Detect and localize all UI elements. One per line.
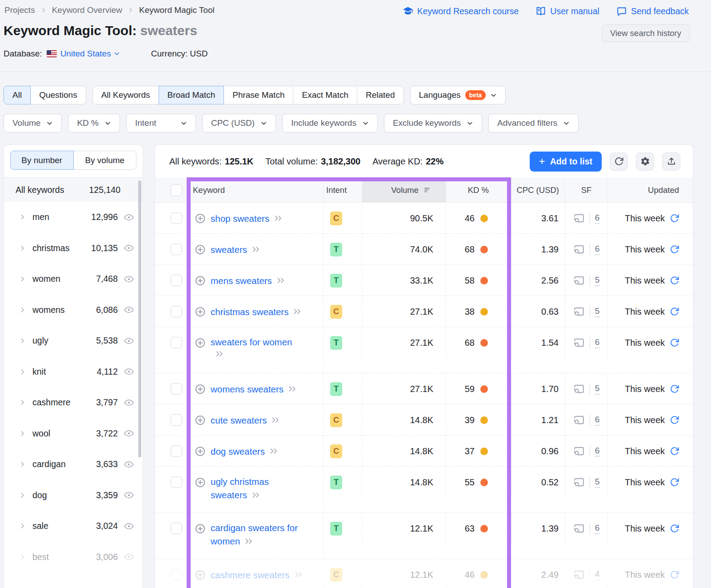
sf-count[interactable]: 5	[595, 384, 600, 395]
serp-preview-icon[interactable]	[573, 212, 585, 224]
row-checkbox[interactable]	[171, 569, 182, 580]
refresh-icon[interactable]	[670, 213, 679, 223]
keyword-link[interactable]: sweaters for women	[211, 336, 292, 358]
serp-preview-icon[interactable]	[573, 383, 585, 395]
sidebar-keyword-group[interactable]: knit 4,112	[4, 356, 143, 388]
refresh-icon[interactable]	[670, 276, 679, 285]
languages-dropdown[interactable]: Languages beta	[410, 86, 506, 104]
send-feedback-link[interactable]: Send feedback	[616, 6, 689, 16]
tab-all-keywords[interactable]: All Keywords	[92, 86, 159, 104]
refresh-icon[interactable]	[670, 570, 679, 580]
sf-count[interactable]: 6	[595, 415, 600, 426]
by-volume-toggle[interactable]: By volume	[73, 151, 137, 170]
add-keyword-icon[interactable]	[195, 523, 206, 534]
sidebar-keyword-group[interactable]: wool 3,722	[4, 418, 143, 449]
header-cpc[interactable]: CPC (USD)	[511, 178, 565, 202]
keyword-link[interactable]: cardigan sweaters forwomen	[211, 522, 298, 547]
refresh-icon[interactable]	[670, 477, 679, 487]
sf-count[interactable]: 6	[595, 213, 600, 224]
keyword-link[interactable]: mens sweaters	[211, 275, 287, 286]
row-checkbox[interactable]	[171, 212, 182, 224]
row-checkbox[interactable]	[171, 476, 182, 488]
export-button[interactable]	[662, 152, 680, 171]
add-keyword-icon[interactable]	[195, 244, 206, 255]
refresh-table-button[interactable]	[610, 152, 628, 171]
advanced-filters-dropdown[interactable]: Advanced filters	[488, 114, 579, 132]
tab-phrase-match[interactable]: Phrase Match	[224, 86, 293, 104]
intent-filter-dropdown[interactable]: Intent	[126, 114, 196, 132]
row-checkbox[interactable]	[171, 244, 182, 255]
keyword-research-course-link[interactable]: Keyword Research course	[403, 6, 519, 16]
sf-count[interactable]: 4	[595, 569, 600, 580]
header-sf[interactable]: SF	[565, 178, 608, 202]
view-search-history-button[interactable]: View search history	[602, 24, 690, 42]
eye-icon[interactable]	[124, 428, 134, 439]
serp-preview-icon[interactable]	[573, 476, 585, 488]
add-keyword-icon[interactable]	[195, 569, 206, 580]
keyword-link[interactable]: shop sweaters	[211, 213, 284, 224]
keyword-link[interactable]: cashmere sweaters	[211, 569, 304, 580]
keyword-link[interactable]: sweaters	[211, 244, 262, 255]
sidebar-all-keywords-row[interactable]: All keywords 125,140	[4, 178, 143, 202]
header-intent[interactable]: Intent	[324, 178, 362, 202]
sidebar-keyword-group[interactable]: men 12,996	[4, 202, 143, 233]
by-number-toggle[interactable]: By number	[10, 151, 74, 170]
row-checkbox[interactable]	[171, 383, 182, 395]
eye-icon[interactable]	[124, 366, 134, 377]
refresh-icon[interactable]	[670, 524, 679, 533]
row-checkbox[interactable]	[171, 523, 182, 534]
add-keyword-icon[interactable]	[195, 477, 206, 488]
sidebar-scrollbar[interactable]	[138, 180, 141, 457]
sf-count[interactable]: 6	[595, 337, 600, 348]
sf-count[interactable]: 5	[595, 306, 600, 317]
sidebar-keyword-group[interactable]: women 7,468	[4, 264, 143, 295]
keyword-link[interactable]: cute sweaters	[211, 415, 281, 426]
add-keyword-icon[interactable]	[195, 213, 206, 224]
eye-icon[interactable]	[124, 304, 134, 315]
eye-icon[interactable]	[124, 552, 134, 562]
table-settings-button[interactable]	[636, 152, 654, 171]
eye-icon[interactable]	[124, 459, 134, 470]
serp-preview-icon[interactable]	[573, 275, 585, 286]
select-all-checkbox[interactable]	[171, 184, 182, 196]
serp-preview-icon[interactable]	[573, 445, 585, 457]
row-checkbox[interactable]	[171, 414, 182, 426]
tab-exact-match[interactable]: Exact Match	[293, 86, 357, 104]
refresh-icon[interactable]	[670, 446, 679, 456]
sidebar-keyword-group[interactable]: ugly 5,538	[4, 325, 143, 356]
tab-broad-match[interactable]: Broad Match	[159, 86, 224, 104]
sidebar-keyword-group[interactable]: sale 3,024	[4, 511, 143, 542]
refresh-icon[interactable]	[670, 338, 679, 348]
tab-questions[interactable]: Questions	[30, 86, 86, 104]
add-keyword-icon[interactable]	[195, 337, 206, 348]
breadcrumb-projects[interactable]: Projects	[4, 5, 35, 15]
sidebar-keyword-group[interactable]: christmas 10,135	[4, 233, 143, 264]
include-keywords-dropdown[interactable]: Include keywords	[282, 114, 378, 132]
sidebar-keyword-group[interactable]: dog 3,359	[4, 480, 143, 511]
tab-related[interactable]: Related	[357, 86, 404, 104]
volume-filter-dropdown[interactable]: Volume	[4, 114, 62, 132]
sidebar-keyword-group[interactable]: cashmere 3,797	[4, 387, 143, 418]
header-kd[interactable]: KD %	[446, 178, 511, 202]
sf-count[interactable]: 5	[595, 275, 600, 286]
add-to-list-button[interactable]: +Add to list	[530, 152, 602, 172]
refresh-icon[interactable]	[670, 244, 679, 254]
tab-all[interactable]: All	[4, 86, 31, 104]
sidebar-keyword-group[interactable]: womens 6,086	[4, 295, 143, 326]
keyword-link[interactable]: dog sweaters	[211, 446, 280, 457]
eye-icon[interactable]	[124, 490, 134, 500]
add-keyword-icon[interactable]	[195, 446, 206, 457]
serp-preview-icon[interactable]	[573, 414, 585, 426]
header-updated[interactable]: Updated	[608, 178, 693, 202]
sf-count[interactable]: 5	[595, 477, 600, 488]
row-checkbox[interactable]	[171, 306, 182, 317]
add-keyword-icon[interactable]	[195, 384, 206, 395]
row-checkbox[interactable]	[171, 445, 182, 457]
breadcrumb-keyword-overview[interactable]: Keyword Overview	[52, 5, 122, 15]
eye-icon[interactable]	[124, 521, 134, 532]
exclude-keywords-dropdown[interactable]: Exclude keywords	[384, 114, 482, 132]
header-keyword[interactable]: Keyword	[187, 178, 324, 202]
serp-preview-icon[interactable]	[573, 244, 585, 255]
eye-icon[interactable]	[124, 336, 134, 346]
refresh-icon[interactable]	[670, 307, 679, 316]
